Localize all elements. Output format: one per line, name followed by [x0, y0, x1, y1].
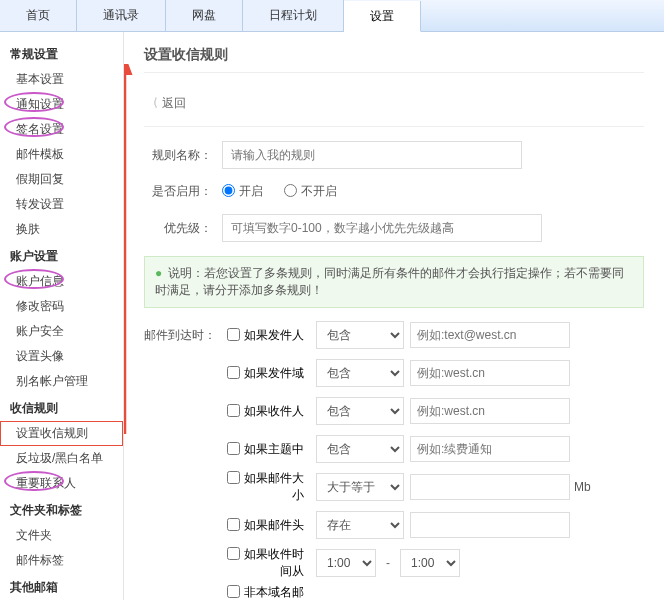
condition-value-input[interactable]: [410, 512, 570, 538]
condition-row: 如果主题中包含: [144, 432, 644, 466]
radio-off[interactable]: 不开启: [284, 184, 337, 198]
condition-checkbox[interactable]: 如果邮件大小: [222, 470, 310, 504]
condition-select[interactable]: 包含: [316, 321, 404, 349]
tab-1[interactable]: 通讯录: [77, 0, 166, 31]
condition-row: 如果发件域包含: [144, 356, 644, 390]
condition-select[interactable]: 包含: [316, 397, 404, 425]
condition-select[interactable]: 包含: [316, 435, 404, 463]
tab-3[interactable]: 日程计划: [243, 0, 344, 31]
sidebar-item[interactable]: 通知设置: [0, 92, 123, 117]
priority-input[interactable]: [222, 214, 542, 242]
priority-label: 优先级：: [144, 220, 212, 237]
info-text: 说明：若您设置了多条规则，同时满足所有条件的邮件才会执行指定操作；若不需要同时满…: [155, 266, 624, 297]
condition-value-input[interactable]: [410, 436, 570, 462]
enable-radio-group: 开启 不开启: [222, 183, 355, 200]
sidebar-item[interactable]: 修改密码: [0, 294, 123, 319]
condition-value-input[interactable]: [410, 360, 570, 386]
enable-label: 是否启用：: [144, 183, 212, 200]
condition-checkbox[interactable]: 如果收件人: [222, 403, 310, 420]
tab-4[interactable]: 设置: [344, 1, 421, 32]
sidebar-item[interactable]: 反垃圾/黑白名单: [0, 446, 123, 471]
sidebar-item[interactable]: 设置头像: [0, 344, 123, 369]
sidebar-item[interactable]: 重要联系人: [0, 471, 123, 496]
annotation-ring: [4, 92, 64, 112]
condition-select[interactable]: 包含: [316, 359, 404, 387]
condition-row-time: 如果收件时间从1:00-1:00: [144, 546, 644, 580]
page-title: 设置收信规则: [144, 46, 644, 73]
rule-name-input[interactable]: [222, 141, 522, 169]
time-to-select[interactable]: 1:00: [400, 549, 460, 577]
condition-first-label: 邮件到达时：: [144, 327, 222, 344]
condition-row: 邮件到达时：如果发件人包含: [144, 318, 644, 352]
tab-2[interactable]: 网盘: [166, 0, 243, 31]
annotation-ring: [4, 471, 64, 491]
annotation-ring: [4, 117, 64, 137]
condition-select[interactable]: 大于等于: [316, 473, 404, 501]
condition-checkbox[interactable]: 如果邮件头: [222, 517, 310, 534]
condition-select[interactable]: 存在: [316, 511, 404, 539]
sidebar-heading: 其他邮箱: [0, 573, 123, 600]
sidebar-item[interactable]: 签名设置: [0, 117, 123, 142]
sidebar-heading: 收信规则: [0, 394, 123, 421]
radio-on[interactable]: 开启: [222, 184, 263, 198]
info-bar: ●说明：若您设置了多条规则，同时满足所有条件的邮件才会执行指定操作；若不需要同时…: [144, 256, 644, 308]
sidebar-heading: 文件夹和标签: [0, 496, 123, 523]
sidebar-item[interactable]: 账户安全: [0, 319, 123, 344]
content-area: 设置收信规则 《返回 规则名称： 是否启用： 开启 不开启 优先级： ●说明：若…: [124, 32, 664, 600]
condition-checkbox[interactable]: 如果主题中: [222, 441, 310, 458]
time-from-select[interactable]: 1:00: [316, 549, 376, 577]
sidebar-item[interactable]: 基本设置: [0, 67, 123, 92]
sidebar-item[interactable]: 邮件模板: [0, 142, 123, 167]
back-button[interactable]: 《返回: [144, 87, 644, 127]
sidebar-heading: 账户设置: [0, 242, 123, 269]
dash-separator: -: [386, 556, 390, 570]
condition-checkbox[interactable]: 如果发件人: [222, 327, 310, 344]
condition-checkbox[interactable]: 如果收件时间从: [222, 546, 310, 580]
condition-value-input[interactable]: [410, 322, 570, 348]
annotation-ring: [4, 269, 64, 289]
condition-row: 非本域名邮件: [144, 584, 644, 600]
rule-name-label: 规则名称：: [144, 147, 212, 164]
conditions-table: 邮件到达时：如果发件人包含如果发件域包含如果收件人包含如果主题中包含如果邮件大小…: [144, 318, 644, 600]
unit-label: Mb: [574, 480, 591, 494]
sidebar-item[interactable]: 别名帐户管理: [0, 369, 123, 394]
top-tabs: 首页通讯录网盘日程计划设置: [0, 0, 664, 32]
chevron-left-icon: 《: [150, 95, 157, 112]
condition-row: 如果邮件大小大于等于Mb: [144, 470, 644, 504]
back-label: 返回: [162, 96, 186, 110]
sidebar-item[interactable]: 转发设置: [0, 192, 123, 217]
condition-row: 如果邮件头存在: [144, 508, 644, 542]
sidebar-item[interactable]: 邮件标签: [0, 548, 123, 573]
condition-value-input[interactable]: [410, 398, 570, 424]
info-icon: ●: [155, 266, 162, 280]
condition-checkbox[interactable]: 如果发件域: [222, 365, 310, 382]
condition-checkbox[interactable]: 非本域名邮件: [222, 584, 310, 600]
sidebar-heading: 常规设置: [0, 40, 123, 67]
sidebar-item[interactable]: 文件夹: [0, 523, 123, 548]
sidebar-item[interactable]: 假期回复: [0, 167, 123, 192]
condition-value-input[interactable]: [410, 474, 570, 500]
sidebar-item[interactable]: 账户信息: [0, 269, 123, 294]
tab-0[interactable]: 首页: [0, 0, 77, 31]
condition-row: 如果收件人包含: [144, 394, 644, 428]
sidebar-item[interactable]: 换肤: [0, 217, 123, 242]
sidebar-item[interactable]: 设置收信规则: [0, 421, 123, 446]
sidebar: 常规设置基本设置通知设置签名设置邮件模板假期回复转发设置换肤账户设置账户信息修改…: [0, 32, 124, 600]
